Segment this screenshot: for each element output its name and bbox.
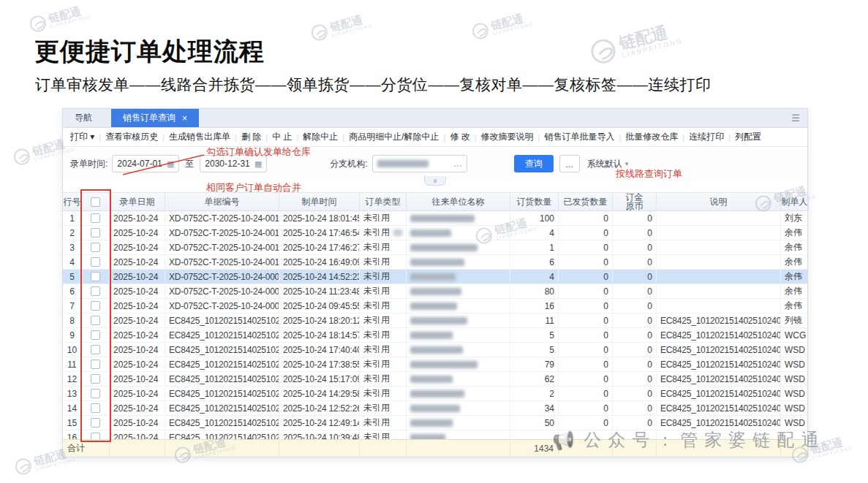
column-header-3[interactable]: 单据编号	[165, 193, 279, 210]
row-checkbox[interactable]	[91, 374, 100, 384]
row-checkbox[interactable]	[91, 345, 100, 354]
table-row-13[interactable]: 132025-10-24EC8425_1012021514025102400..…	[63, 387, 807, 401]
more-options-button[interactable]: ...	[559, 155, 580, 172]
column-header-4[interactable]: 制单时间	[279, 193, 360, 210]
customer-name	[407, 226, 510, 240]
table-row-4[interactable]: 42025-10-24XD-0752C-T-2025-10-24-0010202…	[63, 255, 807, 270]
note: EC8425_1012021514025102400065	[657, 401, 781, 416]
order-date: 2025-10-24	[110, 387, 165, 401]
shipped-quantity: 0	[559, 211, 613, 226]
row-select-cell[interactable]	[82, 211, 110, 226]
toolbar-button-5[interactable]: 解除中止	[300, 131, 341, 143]
row-select-cell[interactable]	[82, 401, 110, 416]
tab-list-menu-icon[interactable]: ☰	[784, 109, 807, 127]
toolbar-button-4[interactable]: 中 止	[269, 131, 295, 143]
row-checkbox[interactable]	[91, 257, 100, 267]
row-checkbox[interactable]	[91, 286, 100, 296]
branch-input[interactable]: …	[372, 155, 467, 172]
row-checkbox[interactable]	[91, 360, 100, 369]
table-row-14[interactable]: 142025-10-24EC8425_1012021514025102400..…	[63, 401, 807, 416]
row-checkbox[interactable]	[91, 301, 100, 311]
column-header-8[interactable]: 已发货数量	[559, 193, 613, 210]
row-checkbox[interactable]	[91, 330, 100, 340]
toolbar-separator: |	[342, 133, 344, 142]
row-select-cell[interactable]	[82, 270, 110, 284]
row-select-cell[interactable]	[82, 416, 110, 430]
note	[657, 240, 781, 255]
close-tab-icon[interactable]: ×	[182, 114, 187, 123]
column-header-0[interactable]: 行号	[63, 193, 82, 210]
query-button[interactable]: 查询	[514, 155, 554, 172]
row-select-cell[interactable]	[82, 357, 110, 372]
row-checkbox[interactable]	[91, 403, 100, 413]
toolbar-button-2[interactable]: 生成销售出库单	[166, 131, 233, 143]
customer-name	[407, 328, 510, 343]
row-number: 13	[63, 387, 82, 401]
row-select-cell[interactable]	[82, 313, 110, 328]
column-header-9[interactable]: 订金 原币	[613, 193, 657, 210]
table-row-10[interactable]: 102025-10-24EC8425_1012021514025102400..…	[63, 343, 807, 357]
column-header-1[interactable]	[82, 193, 110, 210]
table-row-11[interactable]: 112025-10-24EC8425_1012021514025102400..…	[63, 357, 807, 372]
toolbar-button-1[interactable]: 查看审核历史	[102, 131, 161, 143]
tab-navigation[interactable]: 导航	[63, 109, 104, 127]
toolbar-button-12[interactable]: 列配置	[732, 131, 764, 143]
row-checkbox[interactable]	[91, 389, 100, 398]
customer-name-redacted	[410, 361, 478, 368]
note: EC8425_1012021514025102400114	[657, 357, 781, 372]
row-select-cell[interactable]	[82, 299, 110, 313]
row-select-cell[interactable]	[82, 328, 110, 343]
row-select-cell[interactable]	[82, 372, 110, 387]
table-row-2[interactable]: 22025-10-24XD-0752C-T-2025-10-24-0012202…	[63, 226, 807, 240]
toolbar-button-9[interactable]: 销售订单批量导入	[541, 131, 617, 143]
created-time: 2025-10-24 17:38:55	[279, 357, 360, 372]
grid-header: 行号录单日期单据编号制单时间订单类型往来单位名称订货数量已发货数量订金 原币说明…	[63, 192, 807, 211]
row-checkbox[interactable]	[91, 433, 100, 439]
table-row-12[interactable]: 122025-10-24EC8425_1012021514025102400..…	[63, 372, 807, 387]
table-row-8[interactable]: 82025-10-24EC8425_1012021514025102400...…	[63, 313, 807, 328]
calendar-icon[interactable]: ▦	[167, 159, 174, 169]
row-select-cell[interactable]	[82, 430, 110, 439]
row-select-cell[interactable]	[82, 387, 110, 401]
toolbar-button-3[interactable]: 删 除	[238, 131, 264, 143]
order-type: 未引用	[360, 387, 407, 401]
row-select-cell[interactable]	[82, 226, 110, 240]
order-date: 2025-10-24	[110, 299, 165, 313]
column-header-2[interactable]: 录单日期	[110, 193, 165, 210]
select-all-checkbox[interactable]	[91, 197, 100, 207]
column-header-5[interactable]: 订单类型	[360, 193, 407, 210]
row-checkbox[interactable]	[91, 316, 100, 325]
column-header-7[interactable]: 订货数量	[510, 193, 559, 210]
document-number: EC8425_1012021514025102400...	[165, 313, 279, 328]
date-from-input[interactable]: 2024-07-01 ▦	[112, 155, 179, 172]
toolbar-button-7[interactable]: 修 改	[447, 131, 472, 143]
toolbar-button-8[interactable]: 修改摘要说明	[478, 131, 537, 143]
row-select-cell[interactable]	[82, 240, 110, 255]
calendar-icon[interactable]: ▦	[254, 159, 262, 169]
tab-sales-order-query[interactable]: 销售订单查询 ×	[111, 109, 199, 127]
toolbar-button-11[interactable]: 连续打印	[686, 131, 727, 143]
row-select-cell[interactable]	[82, 343, 110, 357]
table-row-9[interactable]: 92025-10-24EC8425_1012021514025102400...…	[63, 328, 807, 343]
table-row-7[interactable]: 72025-10-24XD-0752C-T-2025-10-24-0004202…	[63, 299, 807, 313]
row-checkbox[interactable]	[91, 418, 100, 427]
toolbar-button-0[interactable]: 打印 ▾	[67, 131, 97, 143]
table-row-6[interactable]: 62025-10-24XD-0752C-T-2025-10-24-0006202…	[63, 284, 807, 299]
row-checkbox[interactable]	[91, 272, 100, 281]
column-header-10[interactable]: 说明	[657, 193, 781, 210]
column-header-11[interactable]: 制单人	[781, 193, 809, 210]
toolbar-button-6[interactable]: 商品明细中止/解除中止	[346, 131, 442, 143]
row-checkbox[interactable]	[91, 213, 100, 223]
table-row-5[interactable]: 52025-10-24XD-0752C-T-2025-10-24-0009202…	[63, 270, 807, 284]
toolbar-button-10[interactable]: 批量修改仓库	[622, 131, 681, 143]
column-header-6[interactable]: 往来单位名称	[407, 193, 510, 210]
row-checkbox[interactable]	[91, 228, 100, 237]
row-checkbox[interactable]	[91, 243, 100, 252]
table-row-3[interactable]: 32025-10-24XD-0752C-T-2025-10-24-0011202…	[63, 240, 807, 255]
branch-lookup-icon[interactable]: …	[453, 159, 462, 169]
row-select-cell[interactable]	[82, 284, 110, 299]
row-select-cell[interactable]	[82, 255, 110, 270]
order-quantity: 62	[510, 372, 559, 387]
table-row-1[interactable]: 12025-10-24XD-0752C-T-2025-10-24-0013202…	[63, 211, 807, 226]
collapse-filter-button[interactable]: »	[424, 176, 446, 186]
